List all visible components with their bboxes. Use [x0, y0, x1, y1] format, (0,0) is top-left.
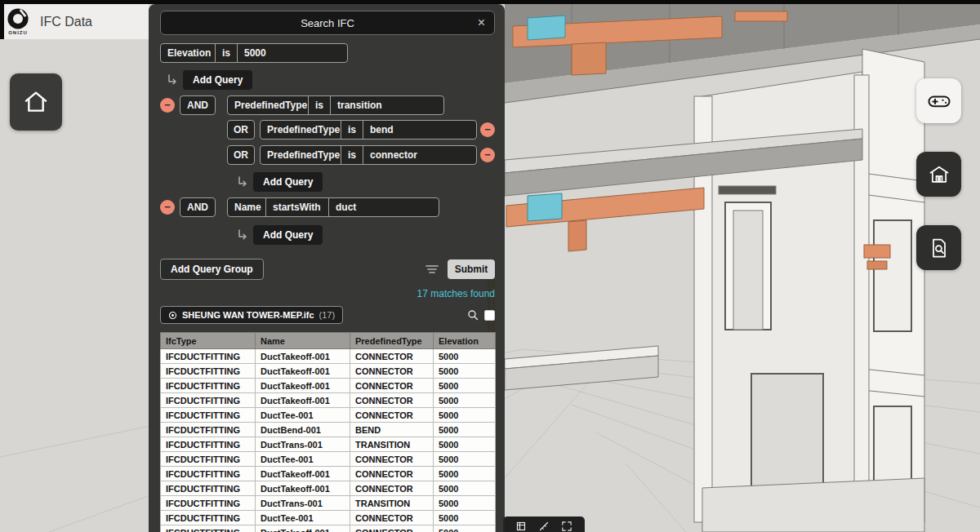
- subquery-combinator[interactable]: OR: [227, 145, 255, 165]
- cell-ifctype[interactable]: IFCDUCTFITTING: [161, 496, 256, 511]
- query-value[interactable]: 5000: [237, 43, 348, 63]
- cell-ifctype[interactable]: IFCDUCTFITTING: [161, 364, 256, 379]
- table-row[interactable]: IFCDUCTFITTING DuctTakeoff-001 CONNECTOR…: [161, 379, 496, 393]
- results-col-header[interactable]: PredefinedType: [350, 333, 434, 349]
- cell-ifctype[interactable]: IFCDUCTFITTING: [161, 437, 256, 452]
- cell-elevation[interactable]: 5000: [434, 525, 496, 532]
- cell-predefinedtype[interactable]: CONNECTOR: [350, 452, 434, 467]
- query-value[interactable]: transition: [330, 95, 444, 115]
- add-query-group-button[interactable]: Add Query Group: [160, 259, 264, 280]
- results-visibility-checkbox[interactable]: [484, 310, 495, 321]
- cell-name[interactable]: DuctTee-001: [256, 511, 350, 525]
- cell-elevation[interactable]: 5000: [434, 496, 496, 511]
- cell-ifctype[interactable]: IFCDUCTFITTING: [161, 525, 256, 532]
- cell-ifctype[interactable]: IFCDUCTFITTING: [161, 408, 256, 423]
- query-field[interactable]: Name: [227, 197, 266, 217]
- cell-ifctype[interactable]: IFCDUCTFITTING: [161, 452, 256, 467]
- cell-predefinedtype[interactable]: CONNECTOR: [350, 467, 434, 481]
- cell-elevation[interactable]: 5000: [434, 437, 496, 452]
- cell-predefinedtype[interactable]: CONNECTOR: [350, 525, 434, 532]
- table-row[interactable]: IFCDUCTFITTING DuctTrans-001 TRANSITION …: [161, 496, 496, 511]
- table-row[interactable]: IFCDUCTFITTING DuctTakeoff-001 CONNECTOR…: [161, 349, 496, 364]
- cell-name[interactable]: DuctTrans-001: [256, 437, 350, 452]
- cell-ifctype[interactable]: IFCDUCTFITTING: [161, 467, 256, 481]
- cell-predefinedtype[interactable]: CONNECTOR: [350, 364, 434, 379]
- cell-elevation[interactable]: 5000: [434, 452, 496, 467]
- query-field[interactable]: PredefinedType: [227, 95, 309, 115]
- cell-ifctype[interactable]: IFCDUCTFITTING: [161, 393, 256, 408]
- cell-name[interactable]: DuctTakeoff-001: [256, 379, 350, 393]
- submit-button[interactable]: Submit: [448, 259, 495, 279]
- cell-name[interactable]: DuctBend-001: [256, 423, 350, 437]
- remove-query-button[interactable]: −: [480, 122, 495, 137]
- table-row[interactable]: IFCDUCTFITTING DuctTee-001 CONNECTOR 500…: [161, 452, 496, 467]
- cell-name[interactable]: DuctTee-001: [256, 408, 350, 423]
- cell-predefinedtype[interactable]: CONNECTOR: [350, 393, 434, 408]
- fullscreen-icon[interactable]: [562, 521, 572, 531]
- model-file-chip[interactable]: SHEUNG WAN TOWER-MEP.ifc (17): [160, 306, 343, 324]
- ifc-data-search-button[interactable]: [916, 225, 961, 270]
- cell-name[interactable]: DuctTakeoff-001: [256, 364, 350, 379]
- onizu-logo[interactable]: ONIZU: [7, 8, 29, 35]
- query-operator[interactable]: is: [341, 120, 363, 140]
- cell-name[interactable]: DuctTrans-001: [256, 496, 350, 511]
- query-value[interactable]: connector: [363, 145, 477, 165]
- cell-ifctype[interactable]: IFCDUCTFITTING: [161, 511, 256, 525]
- cell-elevation[interactable]: 5000: [434, 379, 496, 393]
- query-operator[interactable]: startsWith: [265, 197, 329, 217]
- table-row[interactable]: IFCDUCTFITTING DuctBend-001 BEND 5000: [161, 423, 496, 437]
- measure-icon[interactable]: [539, 521, 549, 531]
- remove-group-button[interactable]: −: [160, 200, 175, 215]
- cell-predefinedtype[interactable]: CONNECTOR: [350, 511, 434, 525]
- cell-predefinedtype[interactable]: BEND: [350, 423, 434, 437]
- cell-predefinedtype[interactable]: CONNECTOR: [350, 408, 434, 423]
- cell-elevation[interactable]: 5000: [434, 467, 496, 481]
- query-value[interactable]: duct: [328, 197, 439, 217]
- table-row[interactable]: IFCDUCTFITTING DuctTrans-001 TRANSITION …: [161, 437, 496, 452]
- table-row[interactable]: IFCDUCTFITTING DuctTakeoff-001 CONNECTOR…: [161, 393, 496, 408]
- cell-predefinedtype[interactable]: CONNECTOR: [350, 379, 434, 393]
- remove-group-button[interactable]: −: [160, 98, 175, 113]
- controls-button[interactable]: [916, 78, 961, 123]
- cell-ifctype[interactable]: IFCDUCTFITTING: [161, 423, 256, 437]
- section-box-icon[interactable]: [516, 521, 526, 531]
- query-operator[interactable]: is: [308, 95, 331, 115]
- cell-elevation[interactable]: 5000: [434, 511, 496, 525]
- zoom-to-results-icon[interactable]: [467, 309, 479, 321]
- results-col-header[interactable]: Elevation: [434, 333, 496, 349]
- cell-name[interactable]: DuctTakeoff-001: [256, 467, 350, 481]
- table-row[interactable]: IFCDUCTFITTING DuctTee-001 CONNECTOR 500…: [161, 408, 496, 423]
- query-operator[interactable]: is: [215, 43, 238, 63]
- cell-name[interactable]: DuctTakeoff-001: [256, 393, 350, 408]
- home-button[interactable]: [10, 73, 62, 131]
- cell-predefinedtype[interactable]: CONNECTOR: [350, 349, 434, 364]
- cell-predefinedtype[interactable]: TRANSITION: [350, 437, 434, 452]
- cell-name[interactable]: DuctTakeoff-001: [256, 349, 350, 364]
- group-combinator[interactable]: AND: [180, 95, 216, 115]
- add-query-button[interactable]: Add Query: [253, 172, 323, 192]
- query-field[interactable]: PredefinedType: [260, 120, 341, 140]
- close-icon[interactable]: ×: [478, 15, 485, 31]
- query-operator[interactable]: is: [341, 145, 363, 165]
- query-value[interactable]: bend: [363, 120, 477, 140]
- table-row[interactable]: IFCDUCTFITTING DuctTakeoff-001 CONNECTOR…: [161, 525, 496, 532]
- cell-predefinedtype[interactable]: TRANSITION: [350, 496, 434, 511]
- cell-name[interactable]: DuctTee-001: [256, 452, 350, 467]
- group-combinator[interactable]: AND: [180, 197, 216, 217]
- cell-predefinedtype[interactable]: CONNECTOR: [350, 481, 434, 496]
- sort-icon[interactable]: [425, 263, 439, 276]
- cell-elevation[interactable]: 5000: [434, 481, 496, 496]
- cell-name[interactable]: DuctTakeoff-001: [256, 481, 350, 496]
- query-field[interactable]: Elevation: [160, 43, 216, 63]
- add-query-button[interactable]: Add Query: [253, 225, 323, 245]
- cell-name[interactable]: DuctTakeoff-001: [256, 525, 350, 532]
- building-view-button[interactable]: [916, 152, 961, 197]
- cell-elevation[interactable]: 5000: [434, 423, 496, 437]
- cell-elevation[interactable]: 5000: [434, 349, 496, 364]
- cell-elevation[interactable]: 5000: [434, 393, 496, 408]
- cell-elevation[interactable]: 5000: [434, 408, 496, 423]
- query-field[interactable]: PredefinedType: [260, 145, 341, 165]
- table-row[interactable]: IFCDUCTFITTING DuctTakeoff-001 CONNECTOR…: [161, 481, 496, 496]
- remove-query-button[interactable]: −: [480, 148, 495, 162]
- cell-elevation[interactable]: 5000: [434, 364, 496, 379]
